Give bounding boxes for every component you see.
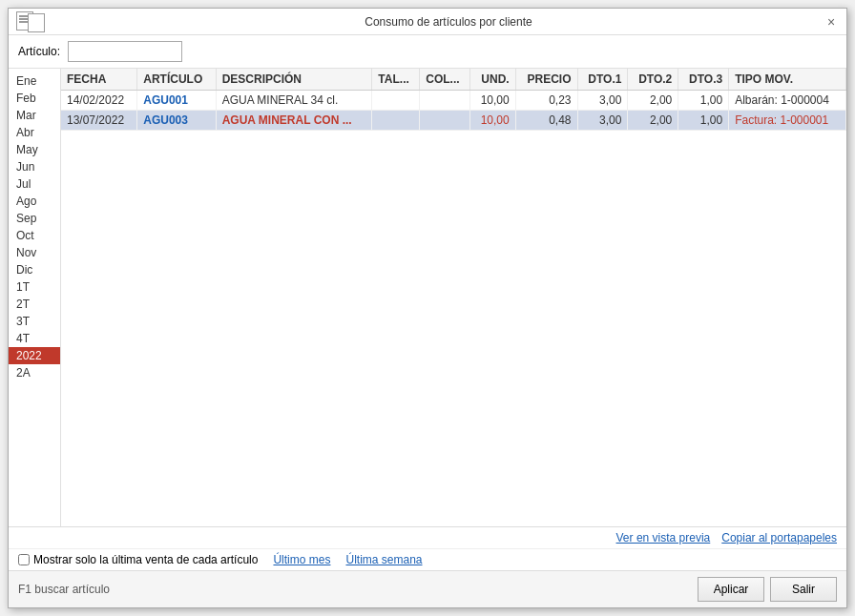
exit-button[interactable]: Salir xyxy=(770,577,837,602)
titlebar: Consumo de artículos por cliente × xyxy=(9,9,846,35)
sidebar-item-2t[interactable]: 2T xyxy=(9,296,60,313)
apply-button[interactable]: Aplicar xyxy=(698,577,764,602)
col-dto-2: DTO.2 xyxy=(628,69,678,91)
table-cell: 2,00 xyxy=(628,91,678,111)
doc-page2 xyxy=(28,13,45,32)
view-preview-link[interactable]: Ver en vista previa xyxy=(616,531,711,544)
table-cell: AGUA MINERAL CON ... xyxy=(216,111,372,131)
table-cell: AGUA MINERAL 34 cl. xyxy=(216,91,372,111)
table-cell: 3,00 xyxy=(577,91,628,111)
show-last-sale-label: Mostrar solo la última venta de cada art… xyxy=(33,553,258,566)
sidebar-item-feb[interactable]: Feb xyxy=(9,90,60,107)
col-tipo-mov-: TIPO MOV. xyxy=(729,69,846,91)
col-descripci-n: DESCRIPCIÓN xyxy=(216,69,372,91)
sidebar-item-3t[interactable]: 3T xyxy=(9,313,60,330)
table-cell: AGU001 xyxy=(137,91,216,111)
sidebar-item-nov[interactable]: Nov xyxy=(9,244,60,261)
table-cell: 1,00 xyxy=(678,91,729,111)
sidebar-item-2a[interactable]: 2A xyxy=(9,364,60,381)
articulo-label: Artículo: xyxy=(18,45,60,58)
table-cell xyxy=(420,91,470,111)
sidebar-item-1t[interactable]: 1T xyxy=(9,278,60,296)
sidebar-item-jul[interactable]: Jul xyxy=(9,175,60,193)
col-col---: COL... xyxy=(420,69,470,91)
col-tal---: TAL... xyxy=(372,69,420,91)
sidebar: EneFebMarAbrMayJunJulAgoSepOctNovDic1T2T… xyxy=(9,69,61,526)
footer-options: Mostrar solo la última venta de cada art… xyxy=(9,549,846,570)
sidebar-item-oct[interactable]: Oct xyxy=(9,227,60,244)
table-cell: 10,00 xyxy=(470,111,515,131)
table-header: FECHAARTÍCULODESCRIPCIÓNTAL...COL...UND.… xyxy=(61,69,846,91)
action-buttons: Aplicar Salir xyxy=(698,577,837,602)
footer-bottom: F1 buscar artículo Aplicar Salir xyxy=(9,570,846,607)
col-precio: PRECIO xyxy=(515,69,577,91)
app-icon xyxy=(16,11,54,32)
close-button[interactable]: × xyxy=(824,14,839,30)
sidebar-item-2022[interactable]: 2022 xyxy=(9,347,60,364)
last-month-link[interactable]: Último mes xyxy=(273,553,330,566)
table-cell: 3,00 xyxy=(577,111,628,131)
table-body: 14/02/2022AGU001AGUA MINERAL 34 cl.10,00… xyxy=(61,91,846,131)
col-art-culo: ARTÍCULO xyxy=(137,69,216,91)
table-cell: 0,48 xyxy=(515,111,577,131)
footer: Ver en vista previa Copiar al portapapel… xyxy=(9,526,846,607)
sidebar-item-sep[interactable]: Sep xyxy=(9,210,60,227)
table-cell: 1,00 xyxy=(678,111,729,131)
table-cell xyxy=(420,111,470,131)
sidebar-item-4t[interactable]: 4T xyxy=(9,330,60,347)
col-dto-1: DTO.1 xyxy=(577,69,628,91)
copy-clipboard-link[interactable]: Copiar al portapapeles xyxy=(721,531,837,544)
sidebar-item-ene[interactable]: Ene xyxy=(9,72,60,90)
window-title: Consumo de artículos por cliente xyxy=(73,15,824,29)
table-row[interactable]: 14/02/2022AGU001AGUA MINERAL 34 cl.10,00… xyxy=(61,91,846,111)
table-row[interactable]: 13/07/2022AGU003AGUA MINERAL CON ...10,0… xyxy=(61,111,846,131)
last-week-link[interactable]: Última semana xyxy=(345,553,422,566)
table-cell xyxy=(372,111,420,131)
table-cell: 0,23 xyxy=(515,91,577,111)
show-last-sale-option: Mostrar solo la última venta de cada art… xyxy=(18,553,258,566)
table-cell: Factura: 1-000001 xyxy=(729,111,846,131)
app-icon-area xyxy=(16,12,73,31)
table-cell: 13/07/2022 xyxy=(61,111,137,131)
hint-text: F1 buscar artículo xyxy=(18,583,110,596)
sidebar-item-dic[interactable]: Dic xyxy=(9,261,60,278)
col-dto-3: DTO.3 xyxy=(678,69,729,91)
table-cell: Albarán: 1-000004 xyxy=(729,91,846,111)
sidebar-item-abr[interactable]: Abr xyxy=(9,124,60,141)
sidebar-item-ago[interactable]: Ago xyxy=(9,193,60,210)
sidebar-item-mar[interactable]: Mar xyxy=(9,107,60,124)
footer-links: Ver en vista previa Copiar al portapapel… xyxy=(9,527,846,549)
data-table: FECHAARTÍCULODESCRIPCIÓNTAL...COL...UND.… xyxy=(61,69,846,131)
table-area: FECHAARTÍCULODESCRIPCIÓNTAL...COL...UND.… xyxy=(61,69,846,526)
articulo-input[interactable] xyxy=(68,41,182,62)
table-cell xyxy=(372,91,420,111)
main-window: Consumo de artículos por cliente × Artíc… xyxy=(8,8,847,608)
table-cell: AGU003 xyxy=(137,111,216,131)
table-cell: 2,00 xyxy=(628,111,678,131)
titlebar-controls: × xyxy=(824,14,839,30)
table-cell: 10,00 xyxy=(470,91,515,111)
show-last-sale-checkbox[interactable] xyxy=(18,554,30,565)
sidebar-item-jun[interactable]: Jun xyxy=(9,158,60,175)
main-area: EneFebMarAbrMayJunJulAgoSepOctNovDic1T2T… xyxy=(9,69,846,526)
toolbar: Artículo: xyxy=(9,35,846,69)
table-cell: 14/02/2022 xyxy=(61,91,137,111)
col-und-: UND. xyxy=(470,69,515,91)
sidebar-item-may[interactable]: May xyxy=(9,141,60,158)
col-fecha: FECHA xyxy=(61,69,137,91)
